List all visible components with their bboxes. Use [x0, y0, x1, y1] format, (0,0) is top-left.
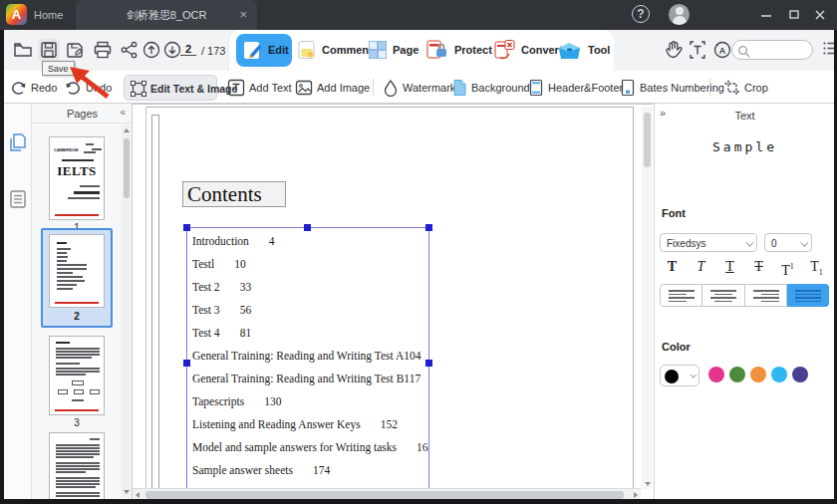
bold-button[interactable]: T	[660, 255, 685, 279]
open-file-icon[interactable]	[12, 39, 34, 61]
toc-row: Testl10	[192, 253, 423, 276]
scroll-up-icon[interactable]	[124, 128, 130, 132]
vertical-scrollbar-thumb[interactable]	[644, 113, 651, 167]
page-button[interactable]: Page	[393, 44, 418, 56]
bookmarks-panel-icon[interactable]	[8, 188, 28, 210]
save-as-icon[interactable]	[64, 39, 86, 61]
underline-button[interactable]: T	[717, 255, 742, 279]
search-input[interactable]	[731, 40, 813, 60]
selection-handle-top-center[interactable]	[304, 224, 311, 231]
add-text-button[interactable]: Add Text	[249, 82, 292, 94]
save-icon[interactable]	[38, 39, 60, 61]
toc-entry-label: Sample answer sheets	[192, 464, 293, 476]
add-text-icon[interactable]	[227, 79, 245, 97]
scroll-down-icon[interactable]	[645, 482, 651, 486]
color-swatch[interactable]	[708, 367, 724, 382]
selection-handle-mid-right[interactable]	[425, 360, 432, 367]
nav-icon-strip	[4, 104, 32, 499]
toolbar-divider	[709, 79, 710, 96]
page-thumbnail-4[interactable]	[49, 432, 105, 499]
color-swatches	[708, 367, 808, 382]
scroll-left-icon[interactable]	[136, 492, 140, 498]
font-family-value: Fixedsys	[667, 238, 705, 249]
font-family-select[interactable]: Fixedsys	[660, 233, 757, 252]
current-color-select[interactable]	[660, 365, 699, 386]
color-swatch[interactable]	[771, 367, 787, 382]
toc-entry-label: Testl	[192, 258, 214, 270]
page-thumbnail-3[interactable]	[49, 336, 105, 415]
selection-handle-top-right[interactable]	[425, 224, 432, 231]
strikethrough-button[interactable]: T	[746, 255, 771, 279]
edit-tab-button[interactable]: Edit	[236, 34, 292, 67]
crop-button[interactable]: Crop	[744, 82, 768, 94]
font-size-select[interactable]: 0	[764, 233, 812, 252]
subscript-button[interactable]: T1	[804, 255, 829, 279]
scroll-right-icon[interactable]	[634, 492, 638, 498]
page-number-input[interactable]: 2	[180, 43, 196, 56]
redo-button[interactable]: Redo	[31, 82, 57, 94]
thumb-red-footer	[55, 214, 98, 216]
chevron-down-icon	[800, 238, 808, 246]
header-footer-button[interactable]: Header&Footer	[548, 82, 623, 94]
scroll-down-icon[interactable]	[124, 490, 130, 494]
empty-text-frame[interactable]	[151, 115, 159, 489]
color-swatch[interactable]	[792, 367, 808, 382]
toc-entry-label: Test 2	[192, 281, 220, 293]
pages-scrollbar[interactable]	[122, 125, 131, 498]
tool-button[interactable]: Tool	[588, 44, 610, 56]
text-block-selection[interactable]: Introduction4Testl10Test 233Test 356Test…	[186, 227, 429, 489]
previous-page-icon[interactable]	[141, 39, 163, 61]
edit-text-image-button[interactable]: Edit Text & Image	[124, 75, 217, 101]
background-icon[interactable]	[450, 79, 468, 97]
help-icon[interactable]: ?	[632, 5, 650, 23]
horizontal-scrollbar-thumb[interactable]	[145, 491, 624, 499]
pages-scrollbar-thumb[interactable]	[124, 138, 130, 198]
align-center-button[interactable]	[702, 284, 744, 307]
tab-home[interactable]: Home	[34, 9, 63, 21]
app-window: A Home 剑桥雅思8_OCR × ?	[0, 0, 837, 504]
toc-entry-label: Introduction	[192, 235, 249, 247]
watermark-icon[interactable]	[382, 79, 400, 97]
color-swatch[interactable]	[750, 367, 766, 382]
align-right-button[interactable]	[745, 284, 787, 307]
redo-icon[interactable]	[10, 79, 28, 97]
document-viewport[interactable]: Contents Introduction4Testl10Test 233Tes…	[133, 104, 654, 499]
align-justify-button[interactable]	[787, 284, 829, 307]
close-button[interactable]	[807, 0, 835, 30]
selection-handle-mid-left[interactable]	[183, 360, 190, 367]
toc-entry-page: 152	[381, 418, 398, 430]
tab-document[interactable]: 剑桥雅思8_OCR ×	[76, 0, 257, 30]
page-thumbnail-label: 2	[50, 311, 104, 322]
add-image-icon[interactable]	[295, 79, 313, 97]
collapse-pages-panel-icon[interactable]: «	[120, 107, 126, 118]
header-footer-icon[interactable]	[527, 79, 545, 97]
italic-button[interactable]: T	[689, 255, 713, 279]
maximize-button[interactable]	[781, 0, 809, 30]
user-avatar[interactable]	[669, 4, 690, 25]
print-icon[interactable]	[92, 39, 114, 61]
selection-handle-top-left[interactable]	[183, 224, 190, 231]
pages-panel-icon[interactable]	[8, 131, 28, 153]
watermark-button[interactable]: Watermark	[403, 82, 455, 94]
align-left-button[interactable]	[660, 284, 702, 307]
comment-button[interactable]: Comment	[322, 44, 373, 56]
crop-icon[interactable]	[723, 79, 741, 97]
select-text-icon[interactable]	[688, 39, 709, 61]
page-thumbnail-2-selected[interactable]: 2	[41, 228, 113, 328]
chevron-down-icon	[745, 238, 753, 246]
background-button[interactable]: Background	[471, 82, 530, 94]
horizontal-scrollbar[interactable]	[133, 488, 641, 499]
document-title-block[interactable]: Contents	[182, 181, 286, 207]
protect-button[interactable]: Protect	[454, 44, 492, 56]
page-thumbnail-1[interactable]: CAMBRIDGE IELTS	[49, 136, 105, 220]
superscript-button[interactable]: T1	[775, 255, 800, 279]
minimize-button[interactable]	[753, 0, 781, 30]
hand-tool-icon[interactable]	[664, 39, 686, 61]
vertical-scrollbar[interactable]	[642, 107, 653, 489]
bates-numbering-button[interactable]: Bates Numbering	[640, 82, 724, 94]
share-icon[interactable]	[119, 39, 140, 61]
add-image-button[interactable]: Add Image	[317, 82, 370, 94]
tab-close-icon[interactable]: ×	[239, 0, 247, 30]
bates-numbering-icon[interactable]	[619, 79, 637, 97]
color-swatch[interactable]	[729, 367, 745, 382]
